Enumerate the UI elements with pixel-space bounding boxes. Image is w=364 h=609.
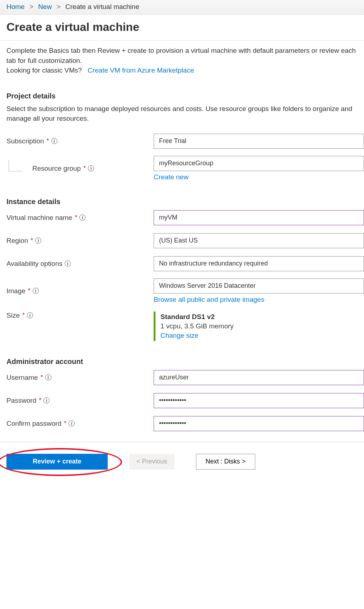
browse-images-link[interactable]: Browse all public and private images: [154, 296, 364, 304]
region-label: Region: [6, 237, 28, 245]
resource-group-label: Resource group: [32, 165, 81, 172]
info-icon[interactable]: i: [27, 312, 33, 318]
availability-label: Availability options: [6, 260, 62, 268]
info-icon[interactable]: i: [65, 260, 71, 267]
footer-bar: Review + create < Previous Next : Disks …: [0, 442, 364, 484]
info-icon[interactable]: i: [51, 138, 57, 144]
info-icon[interactable]: i: [45, 374, 51, 380]
info-icon[interactable]: i: [79, 214, 85, 221]
required-icon: *: [22, 312, 25, 319]
required-icon: *: [39, 397, 41, 404]
breadcrumb-new[interactable]: New: [38, 3, 52, 10]
info-icon[interactable]: i: [88, 165, 94, 171]
info-icon[interactable]: i: [69, 420, 75, 426]
info-icon[interactable]: i: [35, 237, 41, 244]
required-icon: *: [41, 374, 43, 381]
vm-name-input[interactable]: [154, 210, 364, 225]
image-label: Image: [6, 287, 25, 295]
chevron-right-icon: >: [29, 3, 33, 10]
breadcrumb-home[interactable]: Home: [6, 3, 25, 10]
size-name: Standard DS1 v2: [160, 313, 364, 321]
intro-line: Complete the Basics tab then Review + cr…: [6, 47, 356, 64]
size-info-block: Standard DS1 v2 1 vcpu, 3.5 GiB memory C…: [154, 312, 364, 341]
required-icon: *: [64, 420, 66, 427]
project-details-desc: Select the subscription to manage deploy…: [6, 104, 364, 124]
image-select[interactable]: [154, 278, 364, 294]
size-label: Size: [6, 312, 20, 319]
chevron-right-icon: >: [57, 3, 61, 10]
confirm-password-label: Confirm password: [6, 420, 61, 428]
subscription-label: Subscription: [6, 137, 44, 145]
password-input[interactable]: [154, 393, 364, 408]
create-new-resource-group-link[interactable]: Create new: [154, 173, 364, 181]
admin-account-heading: Administrator account: [6, 357, 364, 366]
tree-indent-icon: [9, 160, 22, 171]
resource-group-select[interactable]: [154, 156, 364, 171]
intro-text: Complete the Basics tab then Review + cr…: [6, 46, 364, 75]
classic-prompt: Looking for classic VMs?: [6, 66, 82, 74]
required-icon: *: [83, 165, 86, 172]
required-icon: *: [31, 237, 33, 244]
page-title: Create a virtual machine: [6, 20, 364, 34]
password-label: Password: [6, 397, 36, 405]
required-icon: *: [75, 214, 77, 221]
review-create-button[interactable]: Review + create: [6, 454, 108, 470]
availability-select[interactable]: [154, 256, 364, 271]
region-select[interactable]: [154, 233, 364, 248]
confirm-password-input[interactable]: [154, 416, 364, 431]
divider: [0, 40, 364, 41]
breadcrumb: Home > New > Create a virtual machine: [0, 0, 364, 15]
previous-button: < Previous: [129, 454, 174, 470]
breadcrumb-current: Create a virtual machine: [65, 3, 139, 10]
project-details-heading: Project details: [6, 92, 364, 100]
info-icon[interactable]: i: [33, 288, 39, 294]
change-size-link[interactable]: Change size: [160, 332, 364, 340]
size-spec: 1 vcpu, 3.5 GiB memory: [160, 322, 364, 330]
info-icon[interactable]: i: [43, 397, 50, 403]
next-disks-button[interactable]: Next : Disks >: [196, 454, 256, 470]
required-icon: *: [47, 137, 49, 145]
username-input[interactable]: [154, 370, 364, 385]
username-label: Username: [6, 374, 38, 382]
classic-marketplace-link[interactable]: Create VM from Azure Marketplace: [88, 66, 194, 74]
instance-details-heading: Instance details: [6, 198, 364, 206]
subscription-select[interactable]: [154, 134, 364, 149]
required-icon: *: [28, 287, 31, 295]
vm-name-label: Virtual machine name: [6, 214, 72, 222]
